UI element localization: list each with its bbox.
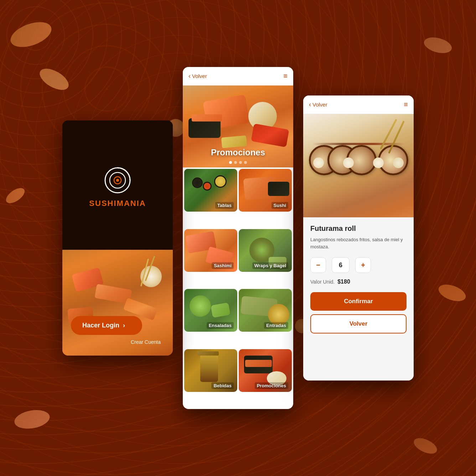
promo-dots [229, 161, 247, 164]
volver-button[interactable]: Volver [310, 314, 407, 333]
app-logo [103, 166, 132, 195]
screens-container: SUSHIMANIA Hacer Login › Crear Cuenta [0, 0, 476, 476]
menu-item-sashimi[interactable]: Sashimi [184, 229, 237, 272]
menu-item-sashimi-label: Sashimi [212, 262, 234, 269]
confirm-button[interactable]: Confirmar [310, 292, 407, 311]
product-food-visual [303, 114, 414, 217]
login-screen: SUSHIMANIA Hacer Login › Crear Cuenta [62, 120, 173, 356]
arrow-icon: › [123, 322, 125, 329]
product-content: Futurama roll Langostinos rebozados frit… [303, 217, 414, 381]
chevron-left-icon: ‹ [188, 72, 191, 80]
promo-banner: Promociones [183, 86, 293, 167]
chevron-left-icon: ‹ [309, 101, 311, 108]
menu-item-wraps[interactable]: Wraps y Bagel [239, 229, 292, 272]
menu-item-promociones-label: Promociones [255, 382, 288, 389]
menu-header: ‹ Volver ≡ [183, 67, 293, 86]
menu-item-ensaladas[interactable]: Ensaladas [184, 289, 237, 332]
menu-item-sushi-label: Sushi [271, 202, 288, 209]
detail-screen: ‹ Volver ≡ [303, 95, 414, 381]
promo-title: Promociones [211, 148, 265, 157]
price-row: Valor Unid. $180 [310, 279, 407, 285]
menu-item-tablas[interactable]: Tablas [184, 169, 237, 212]
menu-grid: Tablas Sushi Sashimi [183, 167, 293, 409]
crear-cuenta-link[interactable]: Crear Cuenta [131, 339, 161, 345]
dot-3 [239, 161, 242, 164]
quantity-selector: − 6 + [310, 257, 407, 273]
product-name: Futurama roll [310, 224, 407, 233]
product-description: Langostinos rebozados fritos, salsa de m… [310, 236, 407, 250]
menu-item-entradas-label: Entradas [264, 322, 288, 329]
login-top-section: SUSHIMANIA [62, 120, 173, 250]
quantity-increase-button[interactable]: + [355, 257, 371, 273]
login-bottom-section: Hacer Login › Crear Cuenta [62, 309, 173, 356]
menu-back-button[interactable]: ‹ Volver [188, 72, 207, 80]
quantity-decrease-button[interactable]: − [310, 257, 326, 273]
price-label: Valor Unid. [310, 279, 335, 285]
menu-item-bebidas-label: Bebidas [211, 382, 234, 389]
quantity-value: 6 [332, 257, 350, 273]
menu-item-tablas-label: Tablas [215, 202, 234, 209]
plus-icon: + [361, 261, 365, 269]
dot-2 [234, 161, 237, 164]
hacer-login-button[interactable]: Hacer Login › [71, 316, 142, 335]
detail-header: ‹ Volver ≡ [303, 95, 414, 114]
dot-1 [229, 161, 232, 164]
detail-hamburger-icon[interactable]: ≡ [404, 100, 408, 109]
svg-point-3 [116, 179, 119, 182]
menu-item-sushi[interactable]: Sushi [239, 169, 292, 212]
dot-4 [244, 161, 247, 164]
price-value: $180 [337, 279, 350, 285]
menu-item-ensaladas-label: Ensaladas [207, 322, 234, 329]
menu-item-wraps-label: Wraps y Bagel [252, 262, 288, 269]
hamburger-menu-icon[interactable]: ≡ [283, 72, 288, 80]
minus-icon: − [316, 261, 320, 269]
detail-back-button[interactable]: ‹ Volver [309, 101, 327, 108]
menu-item-bebidas[interactable]: Bebidas [184, 349, 237, 392]
menu-screen: ‹ Volver ≡ Promociones [183, 67, 293, 409]
product-image [303, 114, 414, 217]
menu-item-entradas[interactable]: Entradas [239, 289, 292, 332]
menu-item-promociones[interactable]: Promociones [239, 349, 292, 392]
brand-name: SUSHIMANIA [89, 199, 146, 208]
